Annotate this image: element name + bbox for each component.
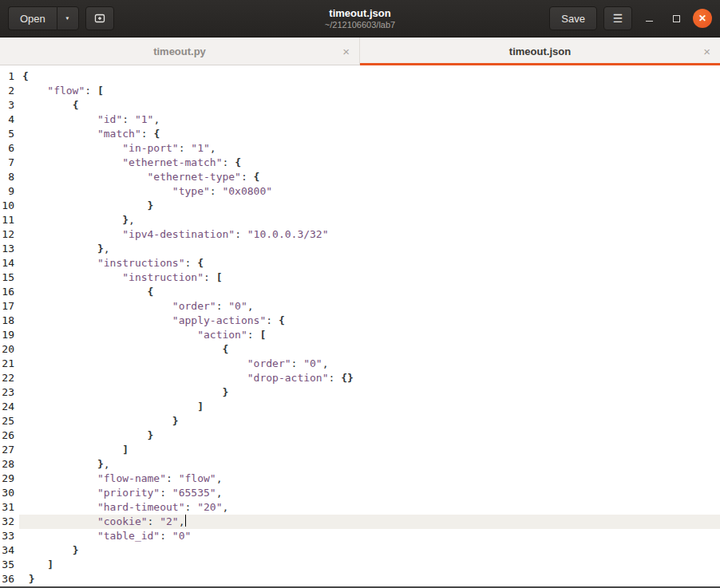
open-dropdown-button[interactable]: ▼	[57, 6, 79, 30]
code-line[interactable]: 29 "flow-name": "flow",	[0, 472, 720, 486]
code-text: "apply-actions": {	[19, 314, 720, 328]
tab-close-icon[interactable]: ×	[703, 45, 710, 57]
line-number: 28	[0, 457, 19, 472]
code-line[interactable]: 28 },	[0, 457, 720, 472]
code-line[interactable]: 4 "id": "1",	[0, 112, 720, 127]
code-line[interactable]: 2 "flow": [	[0, 84, 720, 98]
code-text: "match": {	[19, 127, 720, 141]
code-text: },	[19, 242, 720, 256]
code-line[interactable]: 30 "priority": "65535",	[0, 486, 720, 500]
minimize-icon	[646, 21, 653, 22]
code-text: ]	[19, 443, 720, 457]
code-line[interactable]: 12 "ipv4-destination": "10.0.0.3/32"	[0, 227, 720, 242]
line-number: 3	[0, 98, 19, 112]
code-text: "flow": [	[19, 84, 720, 98]
code-text: "action": [	[19, 328, 720, 342]
line-number: 25	[0, 414, 19, 428]
code-line[interactable]: 33 "table_id": "0"	[0, 529, 720, 543]
code-line[interactable]: 36 }	[0, 572, 720, 586]
code-text: "ipv4-destination": "10.0.0.3/32"	[19, 227, 720, 242]
tab-close-icon[interactable]: ×	[342, 45, 350, 57]
code-text: "hard-timeout": "20",	[19, 500, 720, 515]
line-number: 17	[0, 299, 19, 314]
code-text: }	[19, 385, 720, 400]
tab-timeout-py[interactable]: timeout.py ×	[0, 37, 360, 65]
window-subtitle: ~/212106603/lab7	[325, 20, 395, 30]
new-document-button[interactable]	[85, 6, 114, 30]
line-number: 4	[0, 112, 19, 127]
line-number: 8	[0, 170, 19, 184]
line-number: 16	[0, 285, 19, 299]
line-number: 33	[0, 529, 19, 543]
line-number: 2	[0, 84, 19, 98]
code-line[interactable]: 6 "in-port": "1",	[0, 141, 720, 156]
code-line[interactable]: 13 },	[0, 242, 720, 256]
code-line[interactable]: 34 }	[0, 543, 720, 558]
line-number: 30	[0, 486, 19, 500]
line-number: 29	[0, 472, 19, 486]
minimize-button[interactable]	[639, 8, 659, 29]
line-number: 13	[0, 242, 19, 256]
code-text: {	[19, 285, 720, 299]
open-button[interactable]: Open	[8, 6, 57, 30]
maximize-icon	[673, 15, 680, 22]
code-line[interactable]: 24 ]	[0, 400, 720, 414]
line-number: 35	[0, 558, 19, 572]
code-line[interactable]: 15 "instruction": [	[0, 270, 720, 285]
line-number: 31	[0, 500, 19, 515]
line-number: 12	[0, 227, 19, 242]
line-number: 32	[0, 515, 19, 529]
close-button[interactable]: ✕	[693, 9, 712, 28]
code-text: }	[19, 414, 720, 428]
code-line[interactable]: 19 "action": [	[0, 328, 720, 342]
line-number: 14	[0, 256, 19, 270]
code-line[interactable]: 9 "type": "0x0800"	[0, 184, 720, 199]
maximize-button[interactable]	[666, 8, 686, 29]
code-editor[interactable]: 1{2 "flow": [3 {4 "id": "1",5 "match": {…	[0, 65, 720, 586]
line-number: 1	[0, 69, 19, 84]
code-text: {	[19, 98, 720, 112]
code-line[interactable]: 16 {	[0, 285, 720, 299]
code-line[interactable]: 10 }	[0, 199, 720, 213]
code-line[interactable]: 35 ]	[0, 558, 720, 572]
line-number: 6	[0, 141, 19, 156]
code-line[interactable]: 18 "apply-actions": {	[0, 314, 720, 328]
code-line[interactable]: 22 "drop-action": {}	[0, 371, 720, 385]
text-cursor	[185, 515, 186, 527]
header-right-controls: Save ☰ ✕	[549, 6, 712, 30]
tab-timeout-json[interactable]: timeout.json ×	[360, 37, 720, 65]
code-line[interactable]: 20 {	[0, 342, 720, 357]
code-line[interactable]: 1{	[0, 69, 720, 84]
code-text: "instruction": [	[19, 270, 720, 285]
code-line[interactable]: 11 },	[0, 213, 720, 227]
code-line[interactable]: 14 "instructions": {	[0, 256, 720, 270]
hamburger-icon: ☰	[613, 13, 623, 24]
line-number: 11	[0, 213, 19, 227]
code-line[interactable]: 31 "hard-timeout": "20",	[0, 500, 720, 515]
code-line[interactable]: 17 "order": "0",	[0, 299, 720, 314]
code-line[interactable]: 7 "ethernet-match": {	[0, 156, 720, 170]
code-line[interactable]: 3 {	[0, 98, 720, 112]
code-line[interactable]: 5 "match": {	[0, 127, 720, 141]
code-line[interactable]: 32 "cookie": "2",	[0, 515, 720, 529]
code-line[interactable]: 25 }	[0, 414, 720, 428]
save-button[interactable]: Save	[549, 6, 597, 30]
line-number: 23	[0, 385, 19, 400]
code-text: "drop-action": {}	[19, 371, 720, 385]
code-line[interactable]: 27 ]	[0, 443, 720, 457]
code-text: "priority": "65535",	[19, 486, 720, 500]
code-text: ]	[19, 400, 720, 414]
window-title: timeout.json	[329, 7, 390, 20]
new-document-icon	[93, 12, 106, 25]
line-number: 27	[0, 443, 19, 457]
code-text: "id": "1",	[19, 112, 720, 127]
code-line[interactable]: 23 }	[0, 385, 720, 400]
line-number: 9	[0, 184, 19, 199]
menu-button[interactable]: ☰	[603, 6, 632, 30]
code-line[interactable]: 8 "ethernet-type": {	[0, 170, 720, 184]
line-number: 19	[0, 328, 19, 342]
code-text: "ethernet-type": {	[19, 170, 720, 184]
code-line[interactable]: 21 "order": "0",	[0, 357, 720, 371]
code-line[interactable]: 26 }	[0, 428, 720, 443]
code-text: "flow-name": "flow",	[19, 472, 720, 486]
